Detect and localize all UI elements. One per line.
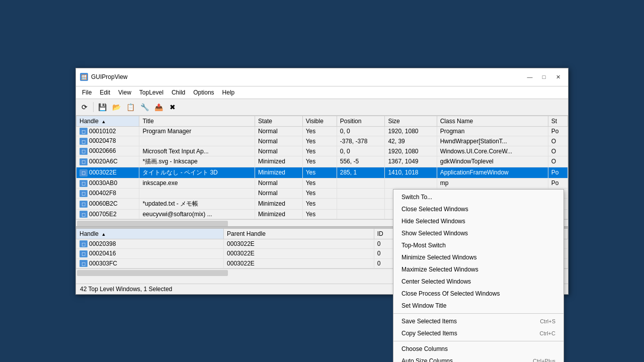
context-menu-item[interactable]: Auto Size Columns Ctrl+Plus [393,355,564,363]
ctx-item-label: Switch To... [401,194,432,201]
cell-position: -378, -378 [337,136,385,146]
cell-title: eeucyvwi@softaro(mix) ... [139,209,255,219]
col-position[interactable]: Position [337,116,385,126]
menu-bar: File Edit View TopLevel Child Options He… [76,86,568,99]
h-scrollbar-bottom-thumb [77,270,228,276]
context-menu-item[interactable]: Save Selected Items Ctrl+S [393,315,564,327]
table-row[interactable]: ◻00010102 Program Manager Normal Yes 0, … [76,126,568,136]
col-classname[interactable]: Class Name [437,116,548,126]
col-title[interactable]: Title [139,116,255,126]
menu-view[interactable]: View [114,87,135,98]
col-handle[interactable]: Handle ▲ [76,116,139,126]
context-menu-item[interactable]: Minimize Selected Windows [393,251,564,263]
cell-position: 0, 0 [337,146,385,156]
cell-state: Normal [255,188,302,198]
col-size[interactable]: Size [385,116,437,126]
cell-title: Program Manager [139,126,255,136]
table-row[interactable]: ◻00030AB0 inkscape.exe Normal Yes mp Po [76,178,568,188]
col-state[interactable]: State [255,116,302,126]
cell-handle: ◻00020416 [76,249,224,259]
context-menu-item[interactable]: Top-Most Switch [393,239,564,251]
context-menu-item[interactable]: Maximize Selected Windows [393,263,564,276]
cell-state: Minimized [255,209,302,219]
cell-visible: Yes [302,209,337,219]
cell-size: 1367, 1049 [385,156,437,167]
context-menu-item[interactable]: Set Window Title [393,300,564,312]
table-row[interactable]: ◻00020666 Microsoft Text Input Ap... Nor… [76,146,568,156]
context-menu-item[interactable]: Show Selected Windows [393,227,564,239]
cell-state: Normal [255,136,302,146]
cell-handle: ◻00020A6C [76,156,139,167]
ctx-item-label: Center Selected Windows [401,278,471,285]
context-menu-item[interactable]: Hide Selected Windows [393,215,564,227]
col-st[interactable]: St [548,116,568,126]
menu-edit[interactable]: Edit [96,87,114,98]
cell-handle: ◻00020398 [76,239,224,249]
cell-visible: Yes [302,167,337,178]
context-menu-item[interactable]: Center Selected Windows [393,276,564,288]
top-table-header-row: Handle ▲ Title State Visible Position Si… [76,116,568,126]
menu-file[interactable]: File [78,87,96,98]
cell-title: inkscape.exe [139,178,255,188]
cell-handle: ◻000303FC [76,258,224,268]
cell-handle: ◻00020666 [76,146,139,156]
context-menu-item[interactable]: Close Process Of Selected Windows [393,288,564,300]
close-button[interactable]: ✕ [552,72,564,82]
window-title: GUIPropView [91,73,127,80]
context-menu-item[interactable]: Choose Columns [393,343,564,355]
context-menu-item[interactable]: Switch To... [393,191,564,203]
table-row[interactable]: ◻00020478 Normal Yes -378, -378 42, 39 H… [76,136,568,146]
toolbar-close-btn[interactable]: ✖ [166,101,179,114]
row-icon: ◻ [79,180,88,187]
toolbar-copy-btn[interactable]: 📋 [124,101,137,114]
cell-st: O [548,156,568,167]
child-sort-arrow: ▲ [101,232,106,237]
cell-position [337,209,385,219]
cell-state: Minimized [255,156,302,167]
toolbar-save-btn[interactable]: 💾 [96,101,109,114]
status-text: 42 Top Level Windows, 1 Selected [80,286,172,293]
row-icon: ◻ [79,158,88,165]
toolbar-refresh-btn[interactable]: ⟳ [78,101,91,114]
table-row[interactable]: ◻0003022E タイトルなし - ペイント 3D Minimized Yes… [76,167,568,178]
col-parent-handle[interactable]: Parent Handle [224,228,374,239]
toolbar-export-btn[interactable]: 📤 [152,101,165,114]
cell-handle: ◻000705E2 [76,209,139,219]
title-bar-controls: — □ ✕ [524,72,564,82]
col-child-handle[interactable]: Handle ▲ [76,228,224,239]
table-row[interactable]: ◻00020A6C *描画.svg - Inkscape Minimized Y… [76,156,568,167]
cell-title: *描画.svg - Inkscape [139,156,255,167]
cell-visible: Yes [302,156,337,167]
row-icon: ◻ [79,138,88,145]
menu-child[interactable]: Child [168,87,189,98]
row-icon: ◻ [79,240,88,247]
cell-position: 0, 0 [337,126,385,136]
toolbar-separator-1 [93,102,94,112]
cell-visible: Yes [302,146,337,156]
row-icon: ◻ [79,128,88,135]
col-visible[interactable]: Visible [302,116,337,126]
app-icon: 🪟 [80,73,88,81]
toolbar: ⟳ 💾 📂 📋 🔧 📤 ✖ [76,99,568,116]
context-menu: Switch To... Close Selected Windows Hide… [393,189,564,363]
menu-options[interactable]: Options [189,87,218,98]
menu-help[interactable]: Help [218,87,239,98]
toolbar-props-btn[interactable]: 🔧 [138,101,151,114]
row-icon: ◻ [79,250,88,257]
title-bar: 🪟 GUIPropView — □ ✕ [76,68,568,86]
cell-visible: Yes [302,198,337,209]
maximize-button[interactable]: □ [538,72,550,82]
ctx-item-label: Maximize Selected Windows [401,266,478,273]
cell-title: タイトルなし - ペイント 3D [139,167,255,178]
context-menu-item[interactable]: Close Selected Windows [393,203,564,215]
context-menu-item[interactable]: Copy Selected Items Ctrl+C [393,327,564,339]
menu-toplevel[interactable]: TopLevel [135,87,168,98]
cell-visible: Yes [302,188,337,198]
cell-state: Minimized [255,198,302,209]
cell-visible: Yes [302,178,337,188]
cell-position [337,178,385,188]
ctx-item-shortcut: Ctrl+C [540,330,555,336]
toolbar-open-btn[interactable]: 📂 [110,101,123,114]
minimize-button[interactable]: — [524,72,536,82]
cell-parent-handle: 0003022E [224,249,374,259]
